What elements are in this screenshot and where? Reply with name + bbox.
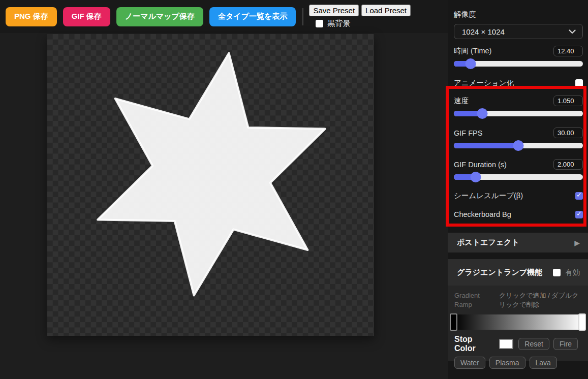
gif-fps-slider[interactable] [454,140,583,151]
time-slider[interactable] [454,58,583,69]
sidebar: 解像度 1024 × 1024 時間 (Time) アニメーション化 速度 GI… [448,0,588,379]
water-preset-button[interactable]: Water [454,357,485,369]
black-bg-label: 黒背景 [327,19,350,28]
seamless-loop-checkbox[interactable] [575,192,583,200]
gradient-ramp-hint: クリックで追加 / ダブルクリックで削除 [499,291,582,309]
resolution-label: 解像度 [454,0,583,19]
main-area [0,33,448,379]
animate-checkbox[interactable] [575,79,583,87]
speed-input[interactable] [553,96,583,106]
gradient-ramp-name: Gradient Ramp [454,291,499,309]
preview-canvas [47,34,374,336]
show-all-types-button[interactable]: 全タイプ一覧を表示 [209,7,296,26]
checkerboard-bg-label: Checkerboard Bg [454,210,511,218]
gradient-ramp-section-label: グラジエントランプ機能 [457,268,542,277]
load-preset-button[interactable]: Load Preset [361,5,411,16]
post-effect-section[interactable]: ポストエフェクト ▶ [448,233,588,252]
gradient-stop-handle-black[interactable] [450,313,457,331]
save-preset-button[interactable]: Save Preset [309,5,359,16]
gif-fps-input[interactable] [553,128,583,138]
speed-label: 速度 [454,96,469,106]
gradient-ramp-panel: Gradient Ramp クリックで追加 / ダブルクリックで削除 Stop … [448,286,588,361]
star-shape [47,34,374,336]
chevron-down-icon [569,29,576,34]
speed-slider[interactable] [454,108,583,119]
reset-button[interactable]: Reset [518,338,549,350]
seamless-loop-label: シームレスループ(β) [454,191,523,201]
resolution-value: 1024 × 1024 [462,27,569,36]
resolution-select[interactable]: 1024 × 1024 [454,24,583,39]
collapsed-arrow-icon: ▶ [574,239,580,247]
gif-duration-slider[interactable] [454,172,583,182]
stop-color-label: Stop Color [454,335,494,353]
time-slider-thumb[interactable] [466,58,476,69]
gif-fps-slider-thumb[interactable] [513,140,524,151]
time-label: 時間 (Time) [454,46,491,56]
gif-fps-label: GIF FPS [454,129,482,137]
gif-duration-label: GIF Duration (s) [454,161,507,169]
plasma-preset-button[interactable]: Plasma [489,357,525,369]
animate-label: アニメーション化 [454,78,514,88]
normal-map-save-button[interactable]: ノーマルマップ保存 [116,7,203,26]
black-bg-checkbox[interactable] [316,20,323,27]
checkerboard-bg-checkbox[interactable] [575,211,583,218]
png-save-button[interactable]: PNG 保存 [6,7,57,26]
fire-preset-button[interactable]: Fire [553,338,578,350]
preset-group: Save Preset Load Preset 黒背景 [309,5,411,28]
speed-slider-thumb[interactable] [477,108,487,119]
gradient-ramp-bar[interactable] [450,313,586,331]
lava-preset-button[interactable]: Lava [530,357,557,369]
gradient-ramp-section: グラジエントランプ機能 有効 [448,259,588,286]
time-input[interactable] [553,46,583,56]
gradient-enable-checkbox[interactable] [553,269,561,276]
toolbar-divider [302,8,303,25]
gradient-stop-handle-white[interactable] [578,313,586,331]
gif-save-button[interactable]: GIF 保存 [63,7,110,26]
gradient-strip[interactable] [453,314,582,330]
gradient-enable-label: 有効 [565,268,580,277]
gif-duration-input[interactable] [553,159,583,170]
stop-color-swatch[interactable] [499,339,513,349]
toolbar: PNG 保存 GIF 保存 ノーマルマップ保存 全タイプ一覧を表示 Save P… [0,0,448,33]
gif-duration-slider-thumb[interactable] [471,172,481,182]
post-effect-label: ポストエフェクト [457,238,519,247]
